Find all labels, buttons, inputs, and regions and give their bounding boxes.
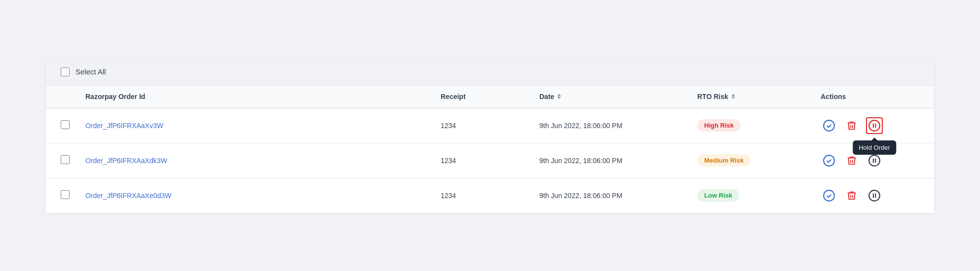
svg-point-1 (869, 120, 880, 131)
svg-point-0 (824, 120, 834, 131)
rto-sort-icon (731, 94, 735, 99)
verify-button[interactable] (821, 117, 837, 134)
pause-circle-icon (868, 189, 881, 202)
svg-point-5 (869, 155, 880, 166)
hold-button[interactable] (866, 117, 883, 134)
select-all-label: Select All (75, 68, 106, 76)
th-checkbox (61, 93, 85, 101)
pause-circle-icon (868, 154, 881, 167)
th-rto-risk[interactable]: RTO Risk (697, 93, 821, 101)
th-order-id: Razorpay Order Id (85, 93, 441, 101)
th-actions: Actions (821, 93, 919, 101)
receipt-cell: 1234 (441, 122, 539, 130)
table-row: Order_JfP6IFRXAaXe0d3W 1234 9th Jun 2022… (46, 178, 934, 213)
th-date[interactable]: Date (539, 93, 697, 101)
svg-point-4 (824, 155, 834, 166)
date-cell: 9th Jun 2022, 18:06:00 PM (539, 192, 697, 200)
row-2-checkbox[interactable] (61, 155, 70, 164)
table-header: Razorpay Order Id Receipt Date RTO Risk … (46, 86, 934, 108)
hold-button-wrapper: Hold Order (866, 117, 883, 134)
risk-badge: Low Risk (697, 189, 739, 202)
actions-cell (821, 187, 919, 204)
svg-point-9 (869, 190, 880, 201)
rto-risk-cell: Low Risk (697, 189, 821, 202)
table-row: Order_JfP6IFRXAaXv3W 1234 9th Jun 2022, … (46, 108, 934, 143)
row-checkbox-cell (61, 120, 85, 131)
select-all-row: Select All (46, 59, 934, 86)
rto-risk-cell: Medium Risk (697, 154, 821, 167)
order-id-cell: Order_JfP6IFRXAaXe0d3W (85, 191, 441, 200)
trash-icon (846, 120, 857, 131)
order-id-cell: Order_JfP6IFRXAaXdk3W (85, 156, 441, 165)
order-id-cell: Order_JfP6IFRXAaXv3W (85, 121, 441, 130)
order-id-link[interactable]: Order_JfP6IFRXAaXe0d3W (85, 192, 171, 200)
order-id-link[interactable]: Order_JfP6IFRXAaXdk3W (85, 157, 167, 165)
verify-button[interactable] (821, 152, 837, 169)
check-circle-icon (823, 189, 835, 202)
delete-button[interactable] (844, 188, 859, 203)
hold-button[interactable] (866, 152, 883, 169)
row-checkbox-cell (61, 155, 85, 166)
row-checkbox-cell (61, 190, 85, 201)
check-circle-icon (823, 119, 835, 132)
hold-button[interactable] (866, 187, 883, 204)
delete-button[interactable] (844, 153, 859, 168)
table-row: Order_JfP6IFRXAaXdk3W 1234 9th Jun 2022,… (46, 143, 934, 178)
order-id-link[interactable]: Order_JfP6IFRXAaXv3W (85, 122, 163, 130)
date-sort-icon (557, 94, 561, 99)
receipt-cell: 1234 (441, 192, 539, 200)
date-cell: 9th Jun 2022, 18:06:00 PM (539, 157, 697, 165)
row-1-checkbox[interactable] (61, 120, 70, 129)
pause-circle-icon (868, 119, 881, 132)
actions-cell: Hold Order (821, 117, 919, 134)
orders-table: Select All Razorpay Order Id Receipt Dat… (46, 59, 934, 213)
actions-cell (821, 152, 919, 169)
th-receipt: Receipt (441, 93, 539, 101)
verify-button[interactable] (821, 187, 837, 204)
row-3-checkbox[interactable] (61, 190, 70, 199)
select-all-checkbox[interactable] (61, 68, 70, 76)
check-circle-icon (823, 154, 835, 167)
rto-risk-cell: High Risk (697, 119, 821, 132)
svg-point-8 (824, 190, 834, 201)
date-cell: 9th Jun 2022, 18:06:00 PM (539, 122, 697, 130)
delete-button[interactable] (844, 118, 859, 133)
trash-icon (846, 155, 857, 166)
receipt-cell: 1234 (441, 157, 539, 165)
risk-badge: High Risk (697, 119, 741, 132)
risk-badge: Medium Risk (697, 154, 751, 167)
trash-icon (846, 190, 857, 201)
